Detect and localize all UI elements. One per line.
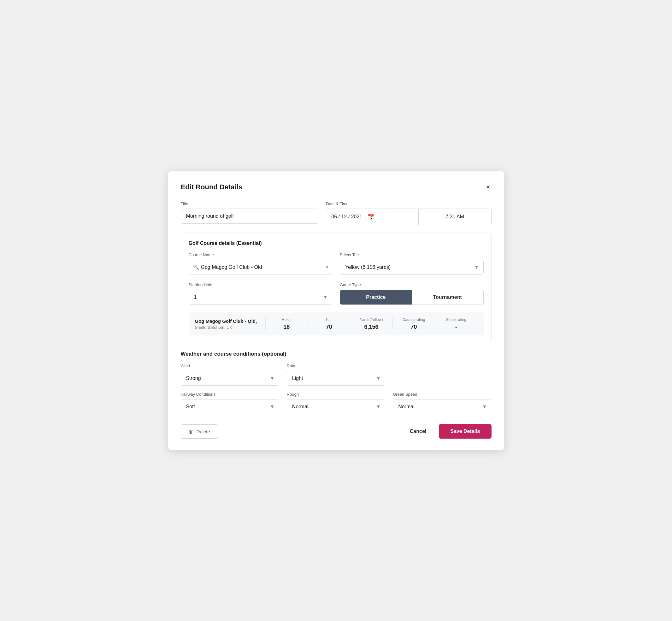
course-info-location: Shelford Bottom, UK bbox=[195, 325, 265, 330]
golf-course-section: Golf Course details (Essential) Course N… bbox=[181, 233, 492, 342]
yards-label: Yards(Yellow) bbox=[360, 318, 383, 322]
cancel-button[interactable]: Cancel bbox=[405, 424, 431, 438]
select-tee-label: Select Tee bbox=[340, 252, 484, 257]
rain-select-wrapper: Light ▼ bbox=[287, 371, 385, 385]
course-search-wrapper: 🔍 × bbox=[189, 260, 333, 275]
course-name-group: Course Name 🔍 × bbox=[189, 252, 333, 275]
edit-round-modal: Edit Round Details × Title Date & Time 0… bbox=[168, 171, 504, 450]
yards-stat: Yards(Yellow) 6,156 bbox=[350, 318, 392, 330]
date-value: 05 / 12 / 2021 bbox=[331, 214, 362, 220]
par-label: Par bbox=[326, 318, 332, 322]
title-group: Title bbox=[181, 201, 319, 224]
save-button[interactable]: Save Details bbox=[439, 424, 491, 439]
game-type-group: Game Type Practice Tournament bbox=[340, 282, 484, 305]
rough-select-wrapper: Normal ▼ bbox=[287, 399, 385, 414]
select-tee-wrapper: Yellow (6,156 yards) ▼ bbox=[340, 260, 484, 275]
weather-section-title: Weather and course conditions (optional) bbox=[181, 351, 492, 357]
delete-label: Delete bbox=[197, 429, 210, 434]
wind-select-wrapper: Strong ▼ bbox=[181, 371, 279, 385]
rough-dropdown[interactable]: Normal bbox=[287, 399, 385, 414]
rain-group: Rain Light ▼ bbox=[287, 364, 385, 385]
slope-rating-stat: Slope rating - bbox=[435, 318, 477, 330]
title-date-row: Title Date & Time 05 / 12 / 2021 📅 7:31 … bbox=[181, 201, 492, 225]
yards-value: 6,156 bbox=[365, 324, 379, 330]
date-time-group: Date & Time 05 / 12 / 2021 📅 7:31 AM bbox=[326, 201, 491, 225]
golf-course-title: Golf Course details (Essential) bbox=[189, 241, 484, 246]
fairway-dropdown[interactable]: Soft bbox=[181, 399, 279, 414]
course-rating-value: 70 bbox=[411, 324, 417, 330]
rain-dropdown[interactable]: Light bbox=[287, 371, 385, 385]
date-time-wrapper: 05 / 12 / 2021 📅 7:31 AM bbox=[326, 209, 491, 225]
footer-right: Cancel Save Details bbox=[405, 424, 492, 439]
starting-hole-label: Starting Hole bbox=[189, 282, 333, 287]
time-field[interactable]: 7:31 AM bbox=[419, 209, 491, 225]
holes-stat: Holes 18 bbox=[265, 318, 307, 330]
modal-header: Edit Round Details × bbox=[181, 182, 492, 192]
select-tee-group: Select Tee Yellow (6,156 yards) ▼ bbox=[340, 252, 484, 275]
hole-gametype-row: Starting Hole 1 ▼ Game Type Practice Tou… bbox=[189, 282, 484, 305]
course-name-input[interactable] bbox=[189, 260, 333, 275]
course-tee-row: Course Name 🔍 × Select Tee Yellow (6,156… bbox=[189, 252, 484, 275]
green-speed-label: Green Speed bbox=[393, 392, 491, 397]
course-rating-label: Course rating bbox=[402, 318, 425, 322]
course-info-box: Gog Magog Golf Club - Old, Shelford Bott… bbox=[189, 313, 484, 335]
course-rating-stat: Course rating 70 bbox=[392, 318, 435, 330]
time-value: 7:31 AM bbox=[446, 214, 464, 220]
slope-rating-value: - bbox=[455, 324, 457, 330]
date-time-label: Date & Time bbox=[326, 201, 491, 206]
course-info-name-block: Gog Magog Golf Club - Old, Shelford Bott… bbox=[195, 318, 265, 330]
fairway-label: Fairway Conditions bbox=[181, 392, 279, 397]
game-type-toggle: Practice Tournament bbox=[340, 290, 484, 305]
wind-group: Wind Strong ▼ bbox=[181, 364, 279, 385]
wind-rain-row: Wind Strong ▼ Rain Light ▼ bbox=[181, 364, 492, 385]
tournament-button[interactable]: Tournament bbox=[412, 290, 483, 304]
par-value: 70 bbox=[326, 324, 332, 330]
course-name-label: Course Name bbox=[189, 252, 333, 257]
title-label: Title bbox=[181, 201, 319, 206]
holes-value: 18 bbox=[283, 324, 290, 330]
slope-rating-label: Slope rating bbox=[446, 318, 466, 322]
starting-hole-wrapper: 1 ▼ bbox=[189, 290, 333, 304]
title-input[interactable] bbox=[181, 209, 319, 224]
game-type-label: Game Type bbox=[340, 282, 484, 287]
holes-label: Holes bbox=[282, 318, 292, 322]
date-field[interactable]: 05 / 12 / 2021 📅 bbox=[326, 209, 419, 225]
rough-group: Rough Normal ▼ bbox=[287, 392, 385, 414]
practice-button[interactable]: Practice bbox=[340, 290, 412, 304]
delete-button[interactable]: 🗑 Delete bbox=[181, 424, 218, 439]
weather-section: Weather and course conditions (optional)… bbox=[181, 351, 492, 414]
green-speed-select-wrapper: Normal ▼ bbox=[393, 399, 491, 414]
select-tee-dropdown[interactable]: Yellow (6,156 yards) bbox=[340, 260, 484, 275]
fairway-select-wrapper: Soft ▼ bbox=[181, 399, 279, 414]
trash-icon: 🗑 bbox=[189, 429, 194, 434]
green-speed-dropdown[interactable]: Normal bbox=[393, 399, 491, 414]
footer-row: 🗑 Delete Cancel Save Details bbox=[181, 424, 492, 439]
rough-label: Rough bbox=[287, 392, 385, 397]
close-button[interactable]: × bbox=[485, 182, 492, 192]
par-stat: Par 70 bbox=[307, 318, 350, 330]
search-icon: 🔍 bbox=[193, 264, 199, 270]
starting-hole-group: Starting Hole 1 ▼ bbox=[189, 282, 333, 304]
green-speed-group: Green Speed Normal ▼ bbox=[393, 392, 491, 414]
course-info-name: Gog Magog Golf Club - Old, bbox=[195, 318, 265, 324]
conditions-row: Fairway Conditions Soft ▼ Rough Normal ▼ bbox=[181, 392, 492, 414]
calendar-icon: 📅 bbox=[367, 213, 374, 220]
wind-dropdown[interactable]: Strong bbox=[181, 371, 279, 385]
modal-title: Edit Round Details bbox=[181, 183, 243, 191]
fairway-group: Fairway Conditions Soft ▼ bbox=[181, 392, 279, 414]
clear-course-icon[interactable]: × bbox=[326, 264, 328, 270]
wind-label: Wind bbox=[181, 364, 279, 368]
starting-hole-dropdown[interactable]: 1 bbox=[189, 290, 333, 304]
rain-label: Rain bbox=[287, 364, 385, 368]
